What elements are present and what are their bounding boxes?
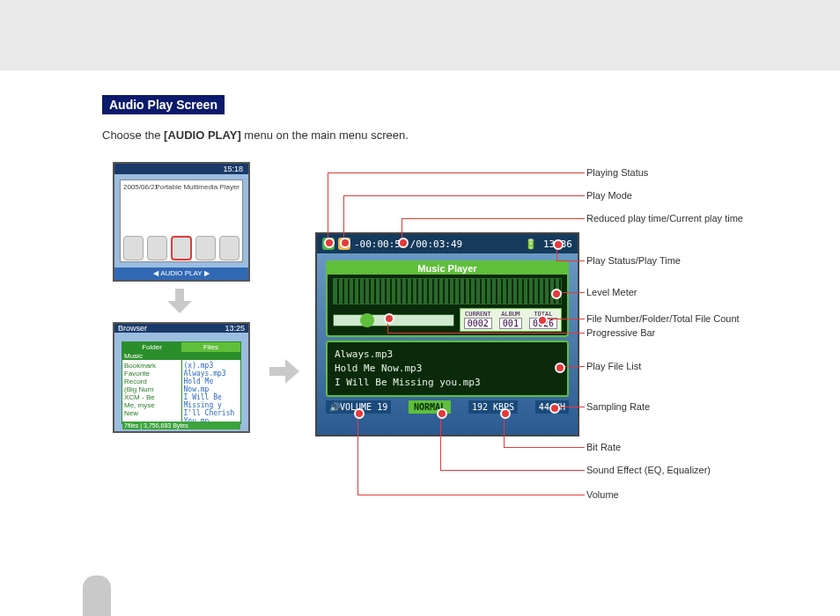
battery-icon: 🔋 bbox=[525, 238, 537, 250]
leader-dot bbox=[384, 313, 394, 324]
leader-dot bbox=[551, 289, 562, 299]
folder-item: New bbox=[124, 409, 180, 417]
player-status-bar: -00:00:50/00:03:49 🔋 13:36 bbox=[317, 234, 578, 253]
photo-icon bbox=[147, 236, 167, 260]
leader-dot bbox=[555, 363, 565, 373]
value-album: 001 bbox=[499, 318, 522, 329]
file-item: (x).mp3 bbox=[184, 362, 239, 370]
folder-item: Record bbox=[124, 378, 180, 385]
callout-file-number: File Number/Folder/Total File Count bbox=[586, 313, 740, 324]
mic-icon bbox=[195, 236, 216, 260]
browser-status: 7files | 3,756,683 Bytes bbox=[122, 422, 240, 429]
page-content: Audio Play Screen Choose the [AUDIO PLAY… bbox=[0, 0, 840, 616]
thumb1-title: Portable Multimedia Player bbox=[141, 183, 239, 191]
srate-value: 44 bbox=[539, 402, 549, 412]
instruction-prefix: Choose the bbox=[102, 128, 164, 142]
leader-line bbox=[328, 172, 585, 173]
music-player-panel: Music Player CURRENT0002 ALBUM001 TOTAL0… bbox=[326, 260, 569, 337]
callout-sound-effect: Sound Effect (EQ, Equalizer) bbox=[586, 465, 711, 475]
file-item: I'll Cherish You.mp bbox=[184, 409, 239, 422]
leader-dot bbox=[549, 403, 560, 414]
leader-line bbox=[387, 333, 585, 334]
browser-root: Music bbox=[122, 352, 240, 360]
audio-player-screen: -00:00:50/00:03:49 🔋 13:36 Music Player … bbox=[315, 232, 579, 436]
arrow-right-icon bbox=[269, 359, 301, 384]
playlist-item: Always.mp3 bbox=[335, 348, 560, 362]
leader-line bbox=[504, 447, 585, 448]
callout-bit-rate: Bit Rate bbox=[586, 442, 621, 452]
leader-line bbox=[402, 218, 585, 219]
file-item: Always.mp3 bbox=[184, 370, 239, 378]
time-total: /00:03:49 bbox=[410, 238, 463, 250]
volume-value: 19 bbox=[377, 402, 387, 412]
browser-panel: Folder Files Music Bookmark Favorite Rec… bbox=[122, 341, 241, 424]
folder-list: Bookmark Favorite Record (Big Num XCM - … bbox=[122, 360, 182, 422]
leader-line bbox=[343, 195, 344, 241]
callout-volume: Volume bbox=[586, 489, 619, 500]
file-list: (x).mp3 Always.mp3 Hold Me Now.mp I Will… bbox=[182, 360, 241, 422]
browser-thumbnail: Browser 13:25 Folder Files Music Bookmar… bbox=[113, 322, 250, 433]
section-heading: Audio Play Screen bbox=[102, 95, 225, 114]
callout-level-meter: Level Meter bbox=[586, 287, 637, 297]
bitrate-value: 192 bbox=[472, 402, 488, 412]
file-item: Hold Me Now.mp bbox=[184, 378, 239, 393]
callout-play-file-list: Play File List bbox=[586, 361, 641, 371]
panel-title: Music Player bbox=[328, 262, 567, 275]
thumb2-title: Browser bbox=[118, 324, 147, 333]
clock-icon bbox=[123, 236, 144, 260]
instruction-text: Choose the [AUDIO PLAY] menu on the main… bbox=[102, 128, 409, 142]
leader-dot bbox=[340, 238, 350, 248]
leader-dot bbox=[398, 238, 409, 248]
leader-dot bbox=[324, 238, 335, 248]
play-file-list: Always.mp3 Hold Me Now.mp3 I Will Be Mis… bbox=[326, 341, 569, 397]
label-album: ALBUM bbox=[499, 311, 522, 318]
leader-dot bbox=[500, 408, 511, 419]
callout-reduced-time: Reduced play time/Current play time bbox=[586, 213, 743, 224]
tab-folder: Folder bbox=[122, 342, 181, 352]
playlist-item: I Will Be Missing you.mp3 bbox=[335, 376, 560, 390]
thumb1-footer: ◀ AUDIO PLAY ▶ bbox=[114, 268, 248, 280]
disc-icon bbox=[219, 236, 239, 260]
callout-playing-status: Playing Status bbox=[586, 167, 648, 178]
leader-line bbox=[328, 172, 328, 241]
progress-knob bbox=[360, 313, 374, 327]
thumb2-clock: 13:25 bbox=[225, 324, 245, 333]
playlist-item: Hold Me Now.mp3 bbox=[335, 362, 560, 376]
main-menu-thumbnail: 15:18 2005/06/21 Portable Multimedia Pla… bbox=[113, 162, 250, 282]
callout-play-status-time: Play Status/Play Time bbox=[586, 255, 681, 266]
folder-item: XCM - Be bbox=[124, 393, 180, 401]
leader-line bbox=[440, 412, 441, 470]
leader-line bbox=[357, 412, 358, 495]
player-clock: 🔋 13:36 bbox=[525, 238, 572, 250]
audio-play-icon bbox=[171, 236, 193, 260]
value-current: 0002 bbox=[464, 318, 492, 329]
thumb1-icon-row bbox=[123, 236, 239, 260]
callout-play-mode: Play Mode bbox=[586, 190, 632, 201]
callout-progressive-bar: Progressive Bar bbox=[586, 327, 655, 338]
tab-files: Files bbox=[181, 342, 240, 352]
page-tab bbox=[83, 576, 111, 616]
folder-item: (Big Num bbox=[124, 385, 180, 393]
leader-dot bbox=[354, 408, 365, 419]
callout-sampling-rate: Sampling Rate bbox=[586, 401, 650, 412]
leader-dot bbox=[437, 408, 447, 419]
thumb1-clock: 15:18 bbox=[114, 164, 248, 174]
leader-line bbox=[556, 260, 585, 261]
folder-item: Bookmark bbox=[124, 362, 180, 370]
folder-item: Favorite bbox=[124, 370, 180, 378]
instruction-suffix: menu on the main menu screen. bbox=[241, 128, 409, 142]
leader-line bbox=[357, 495, 585, 495]
leader-line bbox=[343, 195, 585, 196]
instruction-bold: [AUDIO PLAY] bbox=[164, 128, 241, 142]
leader-dot bbox=[553, 239, 564, 250]
file-item: I Will Be Missing y bbox=[184, 393, 239, 409]
label-current: CURRENT bbox=[464, 311, 492, 318]
leader-dot bbox=[537, 315, 548, 326]
folder-item: Me, myse bbox=[124, 401, 180, 409]
level-meter bbox=[333, 278, 562, 304]
arrow-down-icon bbox=[167, 289, 192, 315]
leader-line bbox=[440, 470, 585, 471]
